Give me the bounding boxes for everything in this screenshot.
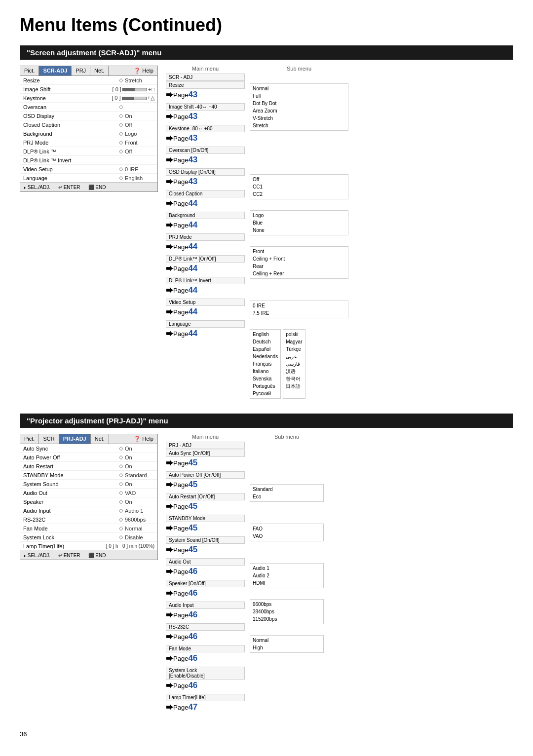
prj-entry-label-rs232c: RS-232C xyxy=(166,623,245,631)
page-number: 36 xyxy=(20,730,513,738)
audioout-icon: ◇ xyxy=(117,490,125,496)
arrow-icon: ➨ xyxy=(166,457,173,468)
arrow-icon: ➨ xyxy=(166,306,173,317)
prj-main-col: Main menu PRJ - ADJ Auto Sync [On/Off] ➨… xyxy=(166,434,245,716)
prj-sub-standby: StandardEco xyxy=(250,484,324,502)
sub-spacer10 xyxy=(250,318,348,329)
speaker-icon: ◇ xyxy=(117,498,125,505)
prj-tab-scr[interactable]: SCR xyxy=(39,434,59,444)
prj-menu-panel-box: Pict. SCR PRJ-ADJ Net. ❓ Help Auto Sync … xyxy=(20,434,158,560)
prj-row-fanmode: Fan Mode ◇ Normal xyxy=(20,524,157,533)
prj-menu-panel-header: Pict. SCR PRJ-ADJ Net. ❓ Help xyxy=(20,434,157,444)
prj-row-systemsound: System Sound ◇ On xyxy=(20,480,157,489)
prj-sub-audioout: FAOVAO xyxy=(250,524,324,541)
scr-row-keystone: Keystone [ 0 ]+△ xyxy=(20,94,157,103)
scr-page-44-3: ➨ Page 44 xyxy=(166,241,245,252)
scr-tab-pict[interactable]: Pict. xyxy=(20,66,39,76)
prj-tab-prjadj[interactable]: PRJ-ADJ xyxy=(59,434,91,444)
prj-tab-pict[interactable]: Pict. xyxy=(20,434,39,444)
prj-entry-label-audioinput: Audio Input xyxy=(166,602,245,609)
arrow-icon: ➨ xyxy=(166,133,173,144)
arrow-icon: ➨ xyxy=(166,653,173,664)
scr-page-44-5: ➨ Page 44 xyxy=(166,285,245,296)
prj-sub-spacer7 xyxy=(250,541,324,552)
prj-entry-label-audioout: Audio Out xyxy=(166,558,245,566)
prj-sub-entries: StandardEco FAOVAO Audio 1Audio 2HDMI 96… xyxy=(250,442,324,679)
prj-sub-rs232c: 9600bps38400bps115200bps xyxy=(250,599,324,624)
prj-entry-label-prjadj: PRJ - ADJ xyxy=(166,442,245,449)
prj-row-audioinput: Audio Input ◇ Audio 1 xyxy=(20,506,157,515)
arrow-icon: ➨ xyxy=(166,328,173,339)
scr-page-43-5: ➨ Page 43 xyxy=(166,176,245,187)
arrow-icon: ➨ xyxy=(166,588,173,599)
scr-row-overscan: Overscan ◇ xyxy=(20,103,157,112)
standby-icon: ◇ xyxy=(117,472,125,478)
prj-row-autorestart: Auto Restart ◇ On xyxy=(20,462,157,471)
overscan-icon: ◇ xyxy=(117,104,125,110)
scr-tab-scradj[interactable]: SCR-ADJ xyxy=(39,66,72,76)
scr-page-44-2: ➨ Page 44 xyxy=(166,220,245,230)
dlplink-icon: ◇ xyxy=(117,148,125,154)
prj-entry-label-autorestart: Auto Restart [On/Off] xyxy=(166,493,245,500)
prj-entry-label-systemsound: System Sound [On/Off] xyxy=(166,536,245,544)
scr-menu-footer: ⬧ SEL./ADJ. ↵ ENTER ⬛ END xyxy=(20,183,157,191)
scr-entry-label-dlp1: DLP® Link™ [On/Off] xyxy=(166,255,245,263)
scr-sub-entries: NormalFullDot By DotArea ZoomV-StretchSt… xyxy=(250,74,348,399)
prj-row-autopoweroff: Auto Power Off ◇ On xyxy=(20,453,157,462)
arrow-icon: ➨ xyxy=(166,198,173,209)
prj-sub-spacer4 xyxy=(250,473,324,484)
scr-sub-title: Sub menu xyxy=(250,66,348,72)
prj-sub-spacer10 xyxy=(250,624,324,635)
prj-row-systemlock: System Lock ◇ Disable xyxy=(20,533,157,542)
scr-entry-label-cc: Closed Caption xyxy=(166,190,245,197)
scr-row-bg: Background ◇ Logo xyxy=(20,129,157,138)
scr-page-43-2: ➨ Page 43 xyxy=(166,111,245,122)
prj-page-45-4: ➨ Page 45 xyxy=(166,523,245,533)
scr-page-44-7: ➨ Page 44 xyxy=(166,328,245,339)
sub-spacer6 xyxy=(250,199,348,210)
systemsound-icon: ◇ xyxy=(117,481,125,487)
arrow-icon: ➨ xyxy=(166,544,173,555)
scr-tab-net[interactable]: Net. xyxy=(90,66,109,76)
scr-row-language: Language ◇ English xyxy=(20,174,157,183)
scr-tab-prj[interactable]: PRJ xyxy=(72,66,90,76)
scr-menu-panel-box: Pict. SCR-ADJ PRJ Net. ❓ Help Resize ◇ S… xyxy=(20,66,158,192)
prj-page-45-3: ➨ Page 45 xyxy=(166,501,245,512)
scr-page-44-1: ➨ Page 44 xyxy=(166,198,245,209)
prj-row-audioout: Audio Out ◇ VAO xyxy=(20,489,157,497)
arrow-icon: ➨ xyxy=(166,702,173,713)
bg-icon: ◇ xyxy=(117,130,125,137)
scr-page-44-4: ➨ Page 44 xyxy=(166,263,245,274)
prj-tab-help[interactable]: ❓ Help xyxy=(130,434,157,444)
scr-menu-panel: Pict. SCR-ADJ PRJ Net. ❓ Help Resize ◇ S… xyxy=(20,66,158,192)
arrow-icon: ➨ xyxy=(166,631,173,642)
scr-row-prjmode: PRJ Mode ◇ Front xyxy=(20,138,157,147)
scr-page-43-1: ➨ Page 43 xyxy=(166,89,245,100)
prj-sub-spacer9 xyxy=(250,588,324,599)
scr-sub-cc: OffCC1CC2 xyxy=(250,174,348,199)
prj-entry-label-standby: STANDBY Mode xyxy=(166,515,245,522)
arrow-icon: ➨ xyxy=(166,89,173,100)
scr-entry-label-osd: OSD Display [On/Off] xyxy=(166,168,245,176)
scr-tab-help[interactable]: ❓ Help xyxy=(130,66,157,76)
autopoweroff-icon: ◇ xyxy=(117,454,125,460)
scr-entry-label-scradj: SCR - ADJ xyxy=(166,74,245,81)
prj-tab-net[interactable]: Net. xyxy=(91,434,109,444)
prj-page-45-2: ➨ Page 45 xyxy=(166,479,245,490)
arrow-icon: ➨ xyxy=(166,176,173,187)
scr-row-imageshift: Image Shift [ 0 ]+□ xyxy=(20,85,157,94)
scr-entry-label-prjmode: PRJ Mode xyxy=(166,233,245,241)
scr-row-videosetup: Video Setup ◇ 0 IRE xyxy=(20,165,157,174)
arrow-icon: ➨ xyxy=(166,566,173,577)
prj-entry-label-fanmode: Fan Mode xyxy=(166,645,245,652)
prj-sub-spacer3 xyxy=(250,462,324,473)
prj-row-rs232c: RS-232C ◇ 9600bps xyxy=(20,515,157,524)
osd-icon: ◇ xyxy=(117,113,125,119)
arrow-icon: ➨ xyxy=(166,523,173,533)
sub-spacer2 xyxy=(250,131,348,142)
scr-entry-label-resize: Resize xyxy=(166,81,245,89)
arrow-icon: ➨ xyxy=(166,479,173,490)
scr-main-col: Main menu SCR - ADJ Resize ➨ Page 43 Ima… xyxy=(166,66,245,342)
prj-sub-fanmode: NormalHigh xyxy=(250,635,324,653)
sub-spacer1 xyxy=(250,74,348,83)
